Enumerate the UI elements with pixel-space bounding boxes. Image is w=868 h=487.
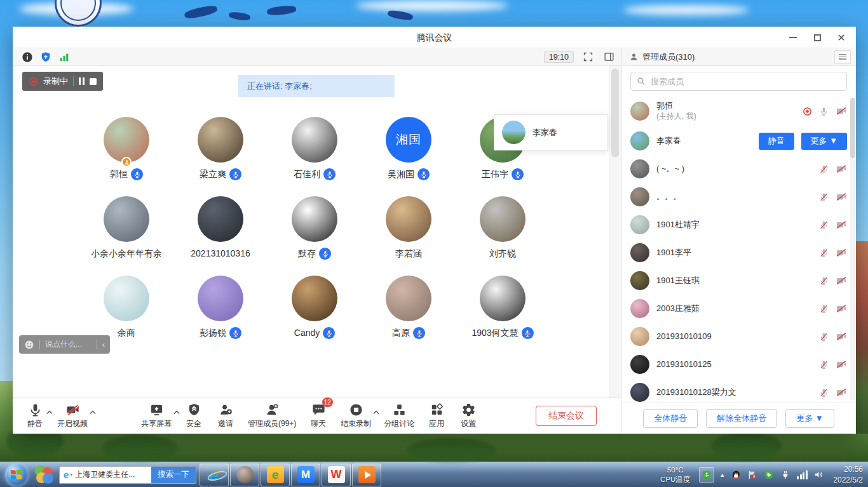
taskbar-search-bar[interactable]: e ▾ 上海卫健委主任... 搜索一下 — [59, 466, 196, 484]
camera-muted-icon[interactable] — [836, 303, 847, 314]
toolbar-invite-button[interactable]: 邀请 — [216, 402, 235, 429]
participant-tile[interactable]: 默存 — [268, 196, 362, 260]
participant-tile[interactable]: 彭扬锐 — [173, 276, 268, 339]
member-list-scrollbar[interactable] — [850, 98, 855, 400]
toolbar-mic-button[interactable]: 静音 — [25, 402, 44, 429]
layout-toggle-icon[interactable] — [602, 51, 616, 63]
toolbar-stop-record-button[interactable]: 结束录制 — [341, 402, 371, 429]
mic-muted-icon[interactable] — [819, 248, 829, 258]
network-signal-icon[interactable] — [796, 469, 808, 481]
mic-icon[interactable] — [819, 107, 829, 116]
action-center-flag-icon[interactable] — [747, 469, 758, 481]
chevron-up-icon[interactable] — [90, 407, 96, 411]
camera-muted-icon[interactable] — [836, 275, 847, 286]
maximize-button[interactable] — [808, 29, 827, 46]
taskbar-app-wps-office[interactable]: W — [322, 464, 351, 486]
power-plug-icon[interactable] — [780, 469, 791, 481]
fullscreen-icon[interactable] — [581, 51, 595, 63]
toolbar-shield-button[interactable]: 安全 — [184, 402, 203, 429]
start-button[interactable] — [5, 464, 28, 486]
participant-tile[interactable]: 202131010316 — [173, 196, 268, 260]
toolbar-chat-button[interactable]: 12聊天 — [309, 402, 328, 429]
mic-muted-icon[interactable] — [323, 168, 336, 180]
mic-muted-icon[interactable] — [819, 164, 829, 174]
mute-all-button[interactable]: 全体静音 — [643, 409, 698, 428]
participant-tile[interactable]: 郭恒 — [79, 117, 173, 180]
software-manager-icon[interactable] — [32, 464, 55, 486]
camera-muted-icon[interactable] — [836, 219, 847, 230]
taskbar-clock[interactable]: 20:56 2022/5/2 — [833, 464, 863, 484]
member-row[interactable]: ( ~。~ ) — [630, 155, 847, 183]
camera-muted-icon[interactable] — [836, 163, 847, 175]
mic-muted-icon[interactable] — [417, 168, 430, 180]
mic-muted-icon[interactable] — [819, 360, 829, 370]
camera-muted-icon[interactable] — [836, 191, 847, 203]
hidden-icons-arrow-icon[interactable]: ▲ — [719, 472, 725, 478]
taskbar-search-button[interactable]: 搜索一下 — [151, 467, 196, 483]
camera-muted-icon[interactable] — [836, 331, 847, 342]
mic-muted-icon[interactable] — [819, 276, 829, 286]
member-row[interactable]: 。。。 — [630, 183, 847, 211]
mic-muted-icon[interactable] — [512, 168, 524, 180]
participant-tile[interactable]: 李若涵 — [362, 196, 456, 260]
pause-recording-button[interactable] — [79, 77, 85, 85]
more-actions-button[interactable]: 更多 ▼ — [785, 409, 834, 428]
chat-input-placeholder[interactable]: 说点什么... — [45, 339, 92, 350]
chevron-up-icon[interactable] — [373, 407, 379, 411]
emoji-icon[interactable] — [24, 340, 34, 350]
camera-muted-icon[interactable] — [836, 359, 847, 370]
collapse-chat-icon[interactable]: ‹ — [102, 340, 105, 349]
minimize-button[interactable] — [783, 29, 803, 46]
usb-device-icon[interactable] — [699, 467, 714, 483]
member-row[interactable]: 201931010109 — [630, 323, 847, 350]
security-shield-icon[interactable] — [40, 51, 51, 63]
mic-muted-icon[interactable] — [819, 332, 829, 342]
mic-muted-icon[interactable] — [319, 248, 331, 260]
participant-tile[interactable]: 小余小余年年有余 — [79, 196, 173, 260]
chat-quick-input[interactable]: 说点什么... ‹ — [19, 335, 110, 354]
participant-tile[interactable]: Candy — [268, 276, 362, 339]
member-row[interactable]: 1901杜靖宇 — [630, 211, 847, 239]
taskbar-app-tencent-meeting[interactable]: M — [291, 464, 320, 486]
taskbar-app-360-browser[interactable]: e — [261, 464, 290, 486]
member-row[interactable]: 1901李平 — [630, 239, 847, 267]
participant-tile[interactable]: 高原 — [362, 276, 456, 339]
toolbar-members-button[interactable]: 管理成员(99+) — [248, 402, 296, 429]
mic-muted-icon[interactable] — [323, 327, 335, 339]
volume-icon[interactable] — [813, 469, 824, 481]
camera-muted-icon[interactable] — [836, 105, 847, 117]
participant-tile[interactable]: 石佳利 — [268, 117, 362, 180]
participant-tile[interactable]: 刘齐锐 — [456, 196, 550, 260]
participant-tile[interactable]: 梁立爽 — [173, 117, 268, 180]
participant-tile[interactable]: 1903何文慧 — [456, 276, 550, 339]
toolbar-share-screen-button[interactable]: 共享屏幕 — [141, 402, 172, 429]
unmute-all-button[interactable]: 解除全体静音 — [706, 409, 777, 428]
mic-muted-icon[interactable] — [413, 327, 425, 339]
taskbar-app-ie-browser[interactable]: e — [200, 464, 229, 486]
chevron-up-icon[interactable] — [173, 407, 180, 411]
member-row[interactable]: 201931010125 — [630, 350, 847, 378]
toolbar-settings-button[interactable]: 设置 — [459, 402, 478, 429]
camera-muted-icon[interactable] — [836, 387, 847, 398]
mic-muted-icon[interactable] — [229, 168, 241, 180]
member-search-input[interactable] — [649, 76, 841, 87]
close-button[interactable]: ✕ — [832, 29, 851, 46]
member-row[interactable]: 1901王钰琪 — [630, 267, 847, 295]
taskbar-app-video-player[interactable] — [352, 464, 381, 486]
toolbar-apps-button[interactable]: 应用 — [427, 402, 446, 429]
camera-muted-icon[interactable] — [836, 247, 847, 258]
end-meeting-button[interactable]: 结束会议 — [536, 406, 597, 426]
mic-muted-icon[interactable] — [229, 327, 241, 339]
mic-muted-icon[interactable] — [819, 192, 829, 202]
member-row[interactable]: 201931010128梁力文 — [630, 378, 847, 403]
stop-recording-button[interactable] — [90, 78, 97, 85]
mic-muted-icon[interactable] — [819, 220, 829, 230]
member-row[interactable]: 李家春 静音 更多 ▼ — [630, 127, 847, 155]
mic-muted-icon[interactable] — [819, 388, 829, 397]
qq-icon[interactable] — [730, 469, 742, 481]
taskbar-search-text[interactable]: 上海卫健委主任... — [75, 469, 151, 480]
member-row[interactable]: 2003庄雅茹 — [630, 295, 847, 323]
meeting-info-icon[interactable] — [22, 51, 33, 63]
panel-menu-icon[interactable] — [834, 50, 851, 64]
mic-muted-icon[interactable] — [819, 304, 829, 314]
